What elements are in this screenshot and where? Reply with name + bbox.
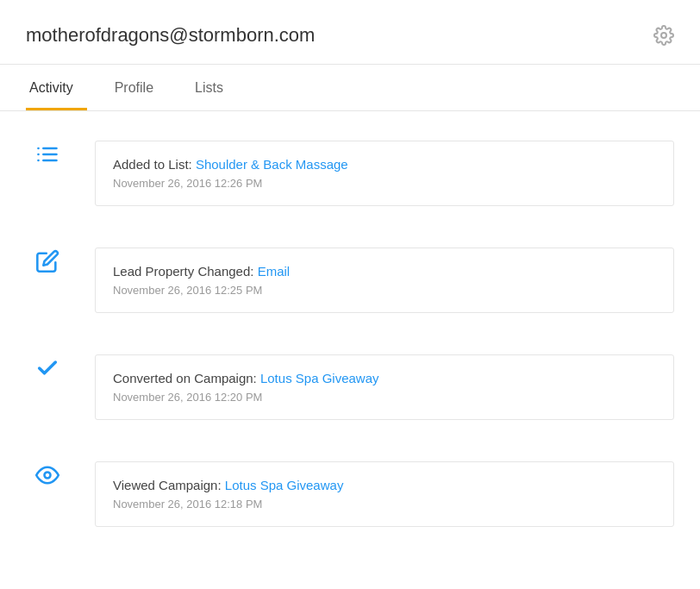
activity-link[interactable]: Lotus Spa Giveaway (260, 371, 379, 385)
activity-content: Viewed Campaign: Lotus Spa Giveaway Nove… (95, 461, 674, 527)
activity-list: Added to List: Shoulder & Back Massage N… (0, 111, 700, 556)
edit-icon (26, 248, 69, 273)
activity-link[interactable]: Shoulder & Back Massage (196, 157, 348, 172)
activity-link[interactable]: Email (258, 264, 291, 279)
activity-timestamp: November 26, 2016 12:26 PM (113, 177, 656, 190)
activity-timestamp: November 26, 2016 12:18 PM (113, 498, 656, 511)
svg-point-0 (661, 33, 666, 38)
activity-title: Lead Property Changed: Email (113, 264, 656, 279)
activity-item: Viewed Campaign: Lotus Spa Giveaway Nove… (26, 441, 674, 548)
page-header: motherofdragons@stormborn.com (0, 0, 700, 65)
tab-profile[interactable]: Profile (111, 65, 167, 110)
check-icon (26, 354, 69, 380)
tab-nav: Activity Profile Lists (0, 65, 700, 111)
tab-lists[interactable]: Lists (191, 65, 237, 110)
activity-timestamp: November 26, 2016 12:25 PM (113, 284, 656, 297)
activity-item: Converted on Campaign: Lotus Spa Giveawa… (26, 334, 674, 441)
user-email: motherofdragons@stormborn.com (26, 24, 315, 47)
activity-content: Added to List: Shoulder & Back Massage N… (95, 141, 674, 206)
tab-activity[interactable]: Activity (26, 65, 87, 110)
settings-icon[interactable] (653, 25, 674, 46)
activity-timestamp: November 26, 2016 12:20 PM (113, 391, 656, 404)
activity-title: Added to List: Shoulder & Back Massage (113, 157, 656, 172)
activity-content: Lead Property Changed: Email November 26… (95, 248, 674, 313)
activity-item: Lead Property Changed: Email November 26… (26, 227, 674, 334)
activity-item: Added to List: Shoulder & Back Massage N… (26, 120, 674, 227)
list-icon (26, 141, 69, 166)
activity-link[interactable]: Lotus Spa Giveaway (225, 478, 344, 492)
eye-icon (26, 461, 69, 487)
svg-point-7 (45, 473, 51, 479)
activity-title: Converted on Campaign: Lotus Spa Giveawa… (113, 371, 656, 385)
activity-title: Viewed Campaign: Lotus Spa Giveaway (113, 478, 656, 492)
activity-content: Converted on Campaign: Lotus Spa Giveawa… (95, 354, 674, 420)
